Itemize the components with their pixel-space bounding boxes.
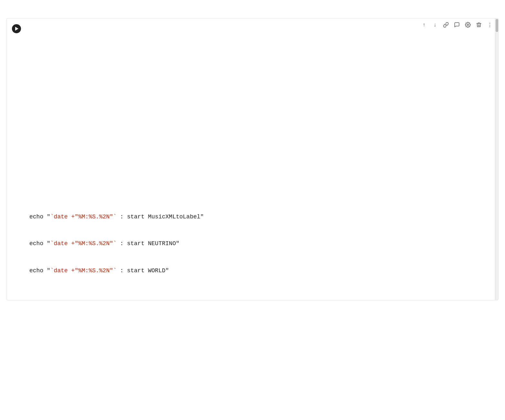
echo3-suffix: : start WORLD" — [117, 267, 169, 274]
echo3-prefix: echo " — [29, 267, 50, 274]
cell-toolbar: ↑ ↓ ⋮ — [419, 20, 494, 29]
svg-point-0 — [467, 24, 469, 26]
code-content[interactable]: echo "`date +"%M:%S.%2N"` : start MusicX… — [26, 18, 498, 300]
intro-text-section — [0, 0, 505, 18]
settings-button[interactable] — [463, 20, 472, 29]
echo3-string: `date +"%M:%S.%2N"` — [50, 267, 117, 274]
echo2-suffix: : start NEUTRINO" — [117, 240, 179, 247]
comment-button[interactable] — [452, 20, 461, 29]
notebook-cell: ↑ ↓ ⋮ echo "`date +" — [6, 18, 499, 300]
echo1-string: `date +"%M:%S.%2N"` — [50, 214, 117, 220]
link-button[interactable] — [441, 20, 450, 29]
echo2-string: `date +"%M:%S.%2N"` — [50, 240, 117, 247]
echo2-prefix: echo " — [29, 240, 50, 247]
move-up-button[interactable]: ↑ — [419, 20, 428, 29]
move-down-button[interactable]: ↓ — [430, 20, 439, 29]
delete-button[interactable] — [474, 20, 483, 29]
scrollbar-thumb[interactable] — [496, 19, 498, 32]
more-button[interactable]: ⋮ — [485, 20, 494, 29]
cell-run-area — [7, 18, 26, 38]
scrollbar[interactable] — [495, 18, 498, 300]
page-container: ↑ ↓ ⋮ echo "`date +" — [0, 0, 505, 420]
echo1-suffix: : start MusicXMLtoLabel" — [117, 214, 204, 220]
run-button[interactable] — [12, 24, 21, 33]
cell-inner: echo "`date +"%M:%S.%2N"` : start MusicX… — [7, 18, 498, 300]
echo1-prefix: echo " — [29, 214, 50, 220]
